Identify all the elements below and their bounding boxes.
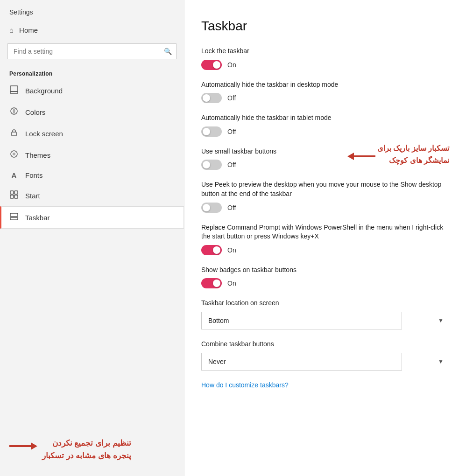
sidebar-item-label: Colors [25, 108, 45, 116]
combine-label: Combine taskbar buttons [201, 340, 449, 349]
lock-taskbar-thumb [213, 61, 220, 69]
background-icon [9, 85, 19, 96]
sidebar: Settings ⌂ Home 🔍 Personalization Backgr… [0, 0, 184, 476]
powershell-thumb [213, 246, 220, 254]
setting-hide-tablet: Automatically hide the taskbar in tablet… [201, 113, 449, 137]
svg-rect-9 [14, 195, 18, 198]
hide-desktop-value: Off [227, 94, 236, 102]
svg-rect-3 [12, 132, 16, 136]
svg-rect-0 [10, 86, 18, 91]
badges-track [201, 278, 222, 288]
location-label: Taskbar location on screen [201, 299, 449, 308]
main-content: Taskbar Lock the taskbar On Automaticall… [184, 0, 466, 476]
small-buttons-toggle[interactable] [201, 160, 222, 170]
annotation-arrow-right [9, 440, 37, 453]
combine-select[interactable]: Never Always, hide labels When taskbar i… [201, 353, 402, 371]
peek-toggle[interactable] [201, 203, 222, 213]
setting-badges: Show badges on taskbar buttons On [201, 266, 449, 289]
svg-rect-1 [10, 91, 18, 93]
svg-marker-15 [347, 153, 354, 160]
home-label: Home [19, 26, 38, 34]
hide-desktop-label: Automatically hide the taskbar in deskto… [201, 80, 449, 90]
powershell-label: Replace Command Prompt with Windows Powe… [201, 223, 449, 241]
small-buttons-label: Use small taskbar buttons [201, 147, 338, 156]
annotation-fa-right: تسکبار سایز باریک برای نمایشگر های کوچک [377, 142, 449, 167]
powershell-track [201, 245, 222, 255]
sidebar-item-lock-screen[interactable]: Lock screen [0, 123, 184, 144]
setting-hide-desktop: Automatically hide the taskbar in deskto… [201, 80, 449, 104]
hide-tablet-label: Automatically hide the taskbar in tablet… [201, 113, 449, 123]
customize-link[interactable]: How do I customize taskbars? [201, 381, 289, 389]
lock-taskbar-toggle[interactable] [201, 60, 222, 70]
hide-tablet-toggle[interactable] [201, 126, 222, 137]
setting-location: Taskbar location on screen Bottom Top Le… [201, 299, 449, 329]
sidebar-home-item[interactable]: ⌂ Home [0, 21, 184, 40]
search-input[interactable] [7, 43, 177, 59]
setting-lock-taskbar: Lock the taskbar On [201, 47, 449, 70]
svg-rect-6 [10, 191, 14, 194]
search-container: 🔍 [7, 43, 177, 59]
sidebar-item-start[interactable]: Start [0, 185, 184, 206]
setting-peek: Use Peek to preview the desktop when you… [201, 180, 449, 212]
small-buttons-thumb [203, 161, 210, 168]
lock-icon [9, 128, 19, 139]
sidebar-item-label: Themes [25, 151, 50, 159]
sidebar-item-taskbar[interactable]: Taskbar [0, 206, 184, 229]
badges-toggle[interactable] [201, 278, 222, 288]
hide-tablet-value: Off [227, 128, 236, 135]
svg-rect-8 [10, 195, 14, 198]
start-icon [9, 190, 19, 201]
sidebar-item-fonts[interactable]: A Fonts [0, 166, 184, 185]
sidebar-item-label: Fonts [25, 171, 43, 179]
sidebar-item-label: Start [25, 192, 40, 200]
svg-rect-10 [10, 217, 18, 220]
setting-combine: Combine taskbar buttons Never Always, hi… [201, 340, 449, 371]
settings-title: Settings [0, 0, 184, 21]
small-btn-arrow-left [343, 150, 375, 163]
svg-rect-7 [14, 191, 18, 194]
home-icon: ⌂ [9, 26, 14, 34]
badges-label: Show badges on taskbar buttons [201, 266, 449, 275]
hide-tablet-track [201, 126, 222, 137]
combine-select-wrap: Never Always, hide labels When taskbar i… [201, 353, 449, 371]
svg-rect-11 [10, 213, 18, 217]
peek-value: Off [227, 204, 236, 211]
sidebar-item-colors[interactable]: Colors [0, 101, 184, 123]
peek-label: Use Peek to preview the desktop when you… [201, 180, 449, 198]
personalization-section-title: Personalization [0, 67, 184, 80]
sidebar-item-themes[interactable]: Themes [0, 144, 184, 166]
setting-small-buttons: Use small taskbar buttons Off [201, 147, 449, 170]
svg-marker-13 [31, 442, 37, 450]
location-select-wrap: Bottom Top Left Right ▼ [201, 312, 449, 329]
powershell-value: On [227, 246, 236, 254]
sidebar-item-label: Lock screen [25, 130, 63, 138]
hide-desktop-toggle[interactable] [201, 93, 222, 103]
colors-icon [9, 107, 19, 117]
setting-powershell: Replace Command Prompt with Windows Powe… [201, 223, 449, 255]
sidebar-item-label: Background [25, 87, 63, 95]
small-buttons-track [201, 160, 222, 170]
combine-select-arrow: ▼ [438, 358, 444, 365]
annotation-text-fa: تنظیم برای تجمیع نکردن پنجره های مشابه د… [42, 437, 131, 462]
lock-taskbar-value: On [227, 61, 236, 69]
svg-point-5 [13, 153, 15, 155]
page-title: Taskbar [201, 19, 449, 34]
powershell-toggle[interactable] [201, 245, 222, 255]
badges-value: On [227, 280, 236, 287]
hide-desktop-thumb [203, 94, 210, 102]
hide-desktop-track [201, 93, 222, 103]
sidebar-item-background[interactable]: Background [0, 80, 184, 101]
peek-track [201, 203, 222, 213]
lock-taskbar-track [201, 60, 222, 70]
taskbar-icon [9, 212, 19, 223]
small-buttons-value: Off [227, 161, 236, 168]
hide-tablet-thumb [203, 128, 210, 135]
location-select[interactable]: Bottom Top Left Right [201, 312, 402, 329]
sidebar-annotation: تنظیم برای تجمیع نکردن پنجره های مشابه د… [0, 429, 184, 476]
location-select-arrow: ▼ [438, 317, 444, 324]
sidebar-item-label: Taskbar [25, 214, 50, 222]
badges-thumb [213, 280, 220, 287]
customize-link-row: How do I customize taskbars? [201, 381, 449, 389]
peek-thumb [203, 204, 210, 211]
search-icon: 🔍 [164, 48, 172, 55]
